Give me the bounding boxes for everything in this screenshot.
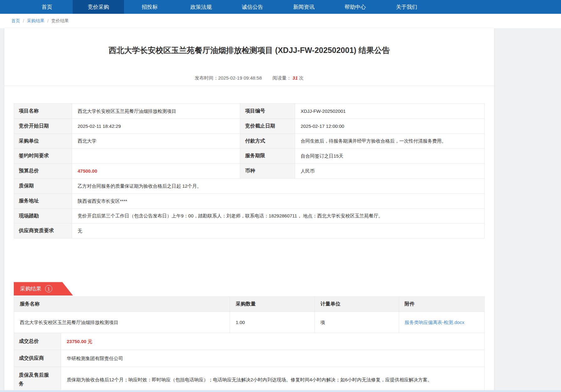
table-row: 成交总价 23750.00 元 — [14, 333, 485, 350]
breadcrumb-home-link[interactable]: 首页 — [11, 18, 20, 24]
result-header-row: 服务名称 采购数量 计量单位 附件 — [14, 297, 485, 312]
field-label: 现场踏勘 — [14, 208, 72, 223]
field-value: 人民币 — [295, 164, 484, 179]
breadcrumb-section-link[interactable]: 采购结果 — [27, 18, 44, 24]
nav-item-home[interactable]: 首页 — [21, 0, 73, 14]
field-label: 质保期 — [14, 178, 72, 193]
field-value: 自合同签订之日15天 — [295, 149, 484, 164]
field-label: 预算总价 — [14, 164, 72, 179]
field-label: 竞价截止日期 — [240, 118, 295, 133]
result-badge-label: 采购结果 — [20, 285, 41, 292]
field-value: 西北大学 — [72, 133, 240, 149]
field-value: 陕西省西安市长安区**** — [72, 193, 484, 208]
breadcrumb: 首页 / 采购结果 / 竞价结果 — [0, 14, 561, 28]
winning-supplier: 华研检测集团有限责任公司 — [61, 350, 485, 367]
field-label: 项目名称 — [14, 104, 72, 119]
field-value: 合同生效后，待服务期满并经甲方验收合格后，一次性付清服务费用。 — [295, 133, 484, 149]
nav-item-bidding-purchase[interactable]: 竞价采购 — [73, 0, 124, 14]
field-value: 西北大学长安校区玉兰苑餐厅油烟排放检测项目 — [72, 104, 240, 119]
table-row: 预算总价 47500.00 币种 人民币 — [14, 164, 485, 179]
field-label: 币种 — [240, 164, 295, 179]
field-value: 2025-02-17 12:00:00 — [295, 118, 484, 133]
breadcrumb-current: 竞价结果 — [51, 18, 69, 24]
field-label: 竞价开始日期 — [14, 118, 72, 133]
field-value — [72, 149, 240, 164]
page-title: 西北大学长安校区玉兰苑餐厅油烟排放检测项目 (XDJJ-FW-202502001… — [4, 45, 494, 55]
field-label: 采购单位 — [14, 133, 72, 149]
service-name-cell: 西北大学长安校区玉兰苑餐厅油烟排放检测项目 — [14, 311, 230, 333]
publish-time-value: 2025-02-19 09:48:58 — [218, 75, 262, 81]
views-label: 阅读量： — [273, 75, 291, 81]
table-row: 竞价开始日期 2025-02-11 18:42:29 竞价截止日期 2025-0… — [14, 118, 485, 133]
field-value: 无 — [72, 223, 484, 238]
page-background: 西北大学长安校区玉兰苑餐厅油烟排放检测项目 (XDJJ-FW-202502001… — [0, 28, 561, 392]
table-row: 现场踏勘 竞价开启后第三个工作日（包含公告发布日）上午9：00，踏勘联系人：刘老… — [14, 208, 485, 223]
field-label: 签约时间要求 — [14, 149, 72, 164]
warranty-service-text: 质保期为验收合格后12个月；响应时效：即时响应（包括电话响应）；电话响应无法解决… — [61, 367, 485, 392]
field-value: 乙方对合同服务的质量保证期为验收合格后之日起 12个月。 — [72, 178, 484, 193]
column-header: 采购数量 — [230, 297, 314, 312]
breadcrumb-separator: / — [47, 18, 49, 24]
publish-time-label: 发布时间： — [195, 75, 218, 81]
top-nav-bar: 首页 竞价采购 招投标 政策法规 诚信公告 新闻资讯 帮助中心 关于我们 — [0, 0, 561, 14]
table-row: 质保及售后服务 质保期为验收合格后12个月；响应时效：即时响应（包括电话响应）；… — [14, 367, 485, 392]
breadcrumb-separator: / — [23, 18, 24, 24]
quantity-cell: 1.00 — [230, 311, 314, 333]
field-value: 2025-02-11 18:42:29 — [72, 118, 240, 133]
table-row: 采购单位 西北大学 付款方式 合同生效后，待服务期满并经甲方验收合格后，一次性付… — [14, 133, 485, 149]
column-header: 附件 — [399, 297, 484, 312]
field-label: 项目编号 — [240, 104, 295, 119]
column-header: 计量单位 — [314, 297, 399, 312]
field-value: XDJJ-FW-202502001 — [295, 104, 484, 119]
result-item-row: 西北大学长安校区玉兰苑餐厅油烟排放检测项目 1.00 项 服务类响应偏离表-检测… — [14, 311, 485, 333]
field-value: 竞价开启后第三个工作日（包含公告发布日）上午9：00，踏勘联系人：刘老师，联系电… — [72, 208, 484, 223]
field-label: 质保及售后服务 — [14, 367, 61, 392]
field-label: 成交总价 — [14, 333, 61, 350]
field-label: 付款方式 — [240, 133, 295, 149]
nav-item-tenders[interactable]: 招投标 — [124, 0, 175, 14]
table-row: 质保期 乙方对合同服务的质量保证期为验收合格后之日起 12个月。 — [14, 178, 485, 193]
table-row: 服务地址 陕西省西安市长安区**** — [14, 193, 485, 208]
table-row: 项目名称 西北大学长安校区玉兰苑餐厅油烟排放检测项目 项目编号 XDJJ-FW-… — [14, 104, 485, 119]
announcement-card: 西北大学长安校区玉兰苑餐厅油烟排放检测项目 (XDJJ-FW-202502001… — [4, 28, 494, 392]
result-table: 服务名称 采购数量 计量单位 附件 西北大学长安校区玉兰苑餐厅油烟排放检测项目 … — [14, 296, 485, 333]
procurement-result-badge: 采购结果 1 — [14, 282, 73, 295]
publish-meta: 发布时间：2025-02-19 09:48:58阅读量：31次 — [4, 75, 494, 81]
nav-item-help-center[interactable]: 帮助中心 — [330, 0, 381, 14]
field-label: 供应商资质要求 — [14, 223, 72, 238]
views-unit: 次 — [299, 75, 304, 81]
nav-item-integrity-notice[interactable]: 诚信公告 — [227, 0, 278, 14]
nav-item-about-us[interactable]: 关于我们 — [381, 0, 432, 14]
budget-total-value: 47500.00 — [72, 164, 240, 179]
unit-cell: 项 — [314, 311, 399, 333]
table-row: 成交供应商 华研检测集团有限责任公司 — [14, 350, 485, 367]
column-header: 服务名称 — [14, 297, 230, 312]
nav-item-news[interactable]: 新闻资讯 — [278, 0, 330, 14]
field-label: 服务地址 — [14, 193, 72, 208]
deal-total-price: 23750.00 元 — [61, 333, 485, 350]
views-count: 31 — [293, 75, 298, 81]
table-row: 供应商资质要求 无 — [14, 223, 485, 238]
field-label: 成交供应商 — [14, 350, 61, 367]
result-detail-table: 成交总价 23750.00 元 成交供应商 华研检测集团有限责任公司 质保及售后… — [14, 333, 485, 392]
announcement-header: 西北大学长安校区玉兰苑餐厅油烟排放检测项目 (XDJJ-FW-202502001… — [4, 28, 494, 86]
nav-item-policies[interactable]: 政策法规 — [175, 0, 227, 14]
field-label: 服务期限 — [240, 149, 295, 164]
attachment-link[interactable]: 服务类响应偏离表-检测.docx — [405, 320, 465, 325]
result-count-circle: 1 — [45, 285, 52, 292]
table-row: 签约时间要求 服务期限 自合同签订之日15天 — [14, 149, 485, 164]
project-info-table: 项目名称 西北大学长安校区玉兰苑餐厅油烟排放检测项目 项目编号 XDJJ-FW-… — [14, 103, 485, 238]
footer-strip — [0, 390, 561, 392]
